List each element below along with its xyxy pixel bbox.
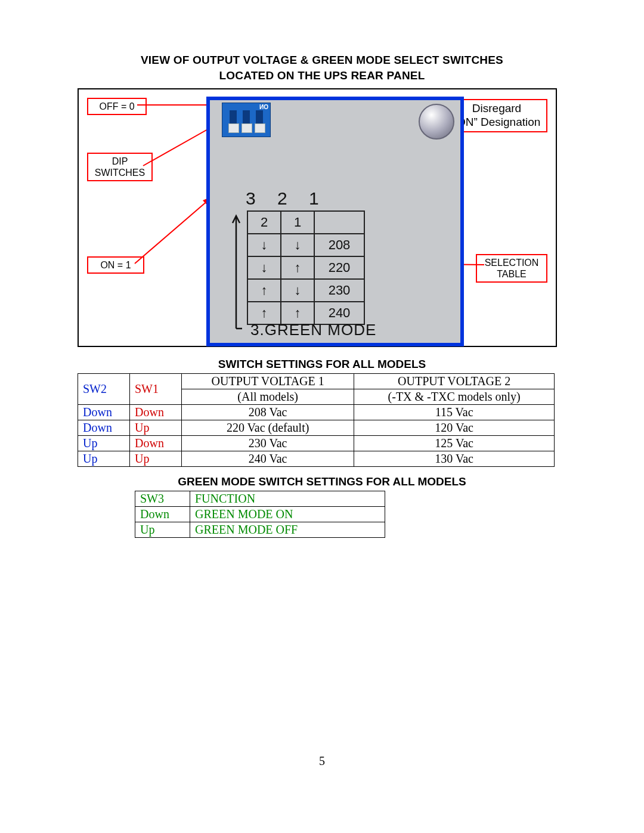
callout-dip-switches: DIP SWITCHES bbox=[87, 153, 153, 181]
green-mode-table: SW3 FUNCTION Down GREEN MODE ON Up GREEN… bbox=[135, 491, 385, 538]
cell: Up bbox=[78, 436, 130, 451]
cell: GREEN MODE ON bbox=[190, 507, 385, 522]
header-output-voltage-2: OUTPUT VOLTAGE 2 bbox=[354, 374, 555, 389]
table-row: ↓ ↓ 208 bbox=[247, 234, 364, 256]
down-arrow-icon: ↓ bbox=[247, 234, 281, 256]
cell: Down bbox=[130, 405, 182, 420]
panel-selection-table: 2 1 ↓ ↓ 208 ↓ ↑ 220 ↑ ↓ 230 bbox=[247, 210, 365, 325]
cell: 125 Vac bbox=[354, 436, 555, 451]
table-row: Up Up 240 Vac 130 Vac bbox=[78, 451, 555, 467]
dip-on-marking: ON bbox=[259, 104, 268, 110]
callout-on-equals-one: ON = 1 bbox=[87, 256, 144, 274]
up-arrow-icon: ↑ bbox=[281, 256, 314, 279]
cell bbox=[314, 211, 364, 234]
cell: 1 bbox=[281, 211, 314, 234]
cell: 230 bbox=[314, 279, 364, 302]
table-row: Down Up 220 Vac (default) 120 Vac bbox=[78, 420, 555, 436]
cell: Down bbox=[130, 436, 182, 451]
table-row: ↑ ↓ 230 bbox=[247, 279, 364, 302]
table-row: Down Down 208 Vac 115 Vac bbox=[78, 405, 555, 420]
switch-settings-table: SW2 SW1 OUTPUT VOLTAGE 1 OUTPUT VOLTAGE … bbox=[78, 373, 555, 467]
cell: Up bbox=[130, 420, 182, 436]
header-sw3: SW3 bbox=[135, 491, 190, 507]
callout-selection-line1: SELECTION bbox=[485, 258, 539, 268]
callout-disregard-line2: “ON” Designation bbox=[453, 116, 541, 128]
header-output-voltage-1: OUTPUT VOLTAGE 1 bbox=[182, 374, 354, 389]
page-title-line2: LOCATED ON THE UPS REAR PANEL bbox=[78, 69, 566, 82]
cell: Up bbox=[78, 451, 130, 467]
cell: 120 Vac bbox=[354, 420, 555, 436]
panel-up-arrow-icon bbox=[230, 212, 242, 332]
cell: 220 bbox=[314, 256, 364, 279]
down-arrow-icon: ↓ bbox=[281, 234, 314, 256]
header-sw2: SW2 bbox=[78, 374, 130, 405]
switch-settings-heading: SWITCH SETTINGS FOR ALL MODELS bbox=[78, 358, 566, 371]
page-number: 5 bbox=[0, 754, 644, 768]
callout-disregard-line1: Disregard bbox=[472, 102, 521, 114]
callout-selection-table: SELECTION TABLE bbox=[476, 254, 547, 283]
green-mode-heading: GREEN MODE SWITCH SETTINGS FOR ALL MODEL… bbox=[78, 475, 566, 488]
table-row: Up Down 230 Vac 125 Vac bbox=[78, 436, 555, 451]
cell: 208 Vac bbox=[182, 405, 354, 420]
callout-off-equals-zero: OFF = 0 bbox=[87, 98, 147, 115]
callout-selection-line2: TABLE bbox=[497, 269, 527, 279]
cell: 130 Vac bbox=[354, 451, 555, 467]
down-arrow-icon: ↓ bbox=[247, 256, 281, 279]
header-function: FUNCTION bbox=[190, 491, 385, 507]
page-title-line1: VIEW OF OUTPUT VOLTAGE & GREEN MODE SELE… bbox=[78, 54, 566, 67]
svg-line-2 bbox=[135, 197, 212, 264]
cell: Down bbox=[78, 405, 130, 420]
table-row: SW3 FUNCTION bbox=[135, 491, 385, 507]
panel-green-mode-label: 3.GREEN MODE bbox=[250, 321, 376, 339]
cell: 2 bbox=[247, 211, 281, 234]
cell: Up bbox=[135, 522, 190, 538]
down-arrow-icon: ↓ bbox=[281, 279, 314, 302]
cell: 115 Vac bbox=[354, 405, 555, 420]
table-row: Down GREEN MODE ON bbox=[135, 507, 385, 522]
dip-switch-block: ON bbox=[222, 103, 271, 137]
table-row: 2 1 bbox=[247, 211, 364, 234]
table-row: Up GREEN MODE OFF bbox=[135, 522, 385, 538]
figure-container: OFF = 0 DIP SWITCHES ON = 1 Disregard “O… bbox=[78, 88, 557, 347]
cell: Down bbox=[135, 507, 190, 522]
table-row: SW2 SW1 OUTPUT VOLTAGE 1 OUTPUT VOLTAGE … bbox=[78, 374, 555, 389]
cell: 240 Vac bbox=[182, 451, 354, 467]
cell: Up bbox=[130, 451, 182, 467]
cell: 220 Vac (default) bbox=[182, 420, 354, 436]
panel-bolt bbox=[419, 104, 454, 140]
header-ov2-sub: (-TX & -TXC models only) bbox=[354, 389, 555, 405]
up-arrow-icon: ↑ bbox=[247, 279, 281, 302]
rear-panel-photo: ON 3 2 1 2 1 bbox=[206, 97, 464, 346]
header-sw1: SW1 bbox=[130, 374, 182, 405]
cell: 230 Vac bbox=[182, 436, 354, 451]
table-row: ↓ ↑ 220 bbox=[247, 256, 364, 279]
cell: Down bbox=[78, 420, 130, 436]
cell: 208 bbox=[314, 234, 364, 256]
cell: GREEN MODE OFF bbox=[190, 522, 385, 538]
panel-switch-numbers: 3 2 1 bbox=[246, 188, 327, 209]
header-ov1-sub: (All models) bbox=[182, 389, 354, 405]
